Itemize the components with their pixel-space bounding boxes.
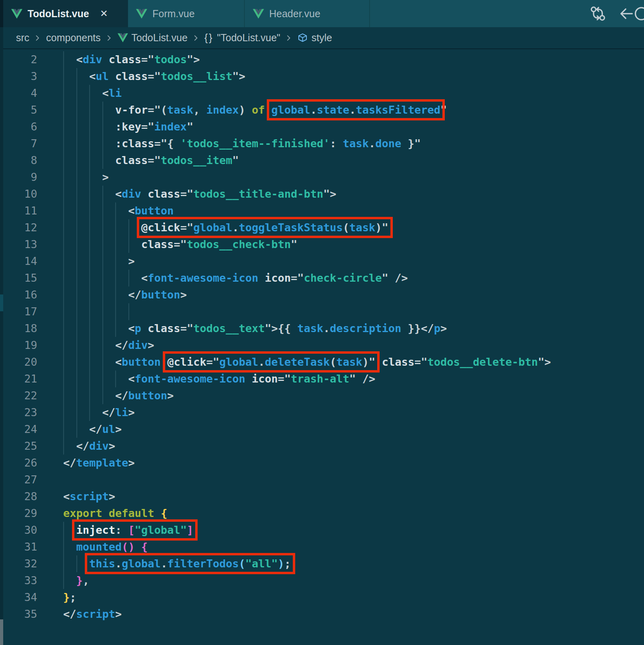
line-number: 9 [3,169,37,186]
code-token: > [128,406,135,419]
code-line-content[interactable]: this.global.filterTodos("all"); [63,555,644,572]
code-token: script [76,608,116,620]
code-line-17: 17 [3,303,644,320]
indent-guide [89,152,90,169]
code-token: task [297,322,323,335]
code-token: deleteTask [265,356,330,368]
code-line-7: 7 :class="{ 'todos__item--finished': tas… [3,135,644,152]
breadcrumb-item-components[interactable]: components [46,32,100,44]
code-line-content[interactable]: :class="{ 'todos__item--finished': task.… [63,135,644,152]
code-line-content[interactable]: </ul> [63,421,644,438]
indent-guide [76,404,77,421]
breadcrumb: srccomponentsTodoList.vue{}"TodoList.vue… [3,27,644,49]
code-token: font-awesome-icon [148,272,258,284]
indent-guide [89,186,90,202]
code-line-content[interactable]: inject: ["global"], [63,522,644,539]
indent-guide [89,286,90,303]
code-line-content[interactable]: <div class="todos"> [63,51,644,68]
code-line-content[interactable]: <font-awesome-icon icon="check-circle" /… [63,270,644,286]
code-line-content[interactable]: </button> [63,387,644,404]
code-token: global [219,356,258,368]
code-line-content[interactable]: <ul class="todos__list"> [63,68,644,85]
breadcrumb-item-src[interactable]: src [16,32,29,44]
close-icon[interactable]: ✕ [100,9,108,18]
code-token: task [336,356,362,368]
code-token: ="( [148,104,167,116]
line-number: 26 [3,455,37,471]
code-line-content[interactable]: export default { [63,505,644,522]
code-line-content[interactable]: @click="global.toggleTaskStatus(task)" [63,219,644,236]
code-line-content[interactable]: </script> [63,606,644,623]
code-line-content[interactable]: </template> [63,455,644,471]
code-editor[interactable]: 1<template>2 <div class="todos">3 <ul cl… [3,49,644,645]
chevron-right-icon [285,34,293,42]
line-number: 31 [3,539,37,555]
code-token: state [317,104,349,116]
code-token: . [369,137,375,150]
code-token: script [70,490,109,503]
code-line-content[interactable]: v-for="(task, index) of global.state.tas… [63,102,644,118]
code-token: =" [180,322,194,335]
tab-form-vue[interactable]: Form.vue [128,0,245,27]
code-line-content[interactable]: mounted() { [63,539,644,555]
vue-logo-icon [253,9,264,19]
code-line-content[interactable]: }; [63,589,644,606]
code-line-content[interactable]: class="todos__check-btn" [63,236,644,253]
code-line-content[interactable]: }, [63,572,644,589]
code-line-content[interactable]: <button @click="global.deleteTask(task)"… [63,354,644,371]
code-line-content[interactable]: <font-awesome-icon icon="trash-alt" /> [63,371,644,387]
code-line-content[interactable] [63,303,644,320]
code-line-content[interactable]: <li [63,85,644,102]
indent-guide [128,303,129,320]
code-token: " [440,104,447,116]
code-line-content[interactable]: > [63,169,644,186]
indent-guide [63,236,64,253]
code-token: filterTodos [167,557,239,570]
code-token: index [206,104,239,116]
indent-guide [63,102,64,118]
clipped-action-icon[interactable] [619,4,644,23]
tab-todolist-vue[interactable]: TodoList.vue✕ [3,0,128,27]
code-line-content[interactable]: :key="index" [63,118,644,135]
code-token: todos__text [193,322,265,335]
code-line-content[interactable]: <div class="todos__title-and-btn"> [63,186,644,202]
breadcrumb-item-todolistvue[interactable]: {}"TodoList.vue" [204,32,280,44]
code-token: ( [343,221,349,234]
code-token: class [115,154,148,166]
indent-guide [76,85,77,102]
code-token: class [141,322,180,335]
code-line-content[interactable] [63,471,644,488]
code-token: }" [401,137,421,150]
code-token: )" [362,356,376,368]
code-line-content[interactable]: </div> [63,337,644,354]
code-line-content[interactable]: <p class="todos__text">{{ task.descripti… [63,320,644,337]
code-token: < [141,272,148,284]
line-number: 15 [3,270,37,286]
code-line-content[interactable]: class="todos__item" [63,152,644,169]
code-token: font-awesome-icon [135,373,245,385]
indent-guide [63,219,64,236]
code-token: </ [89,423,102,435]
line-number: 17 [3,303,37,320]
tab-header-vue[interactable]: Header.vue [245,0,370,27]
annotation-box: this.global.filterTodos("all"); [89,557,291,570]
indent-guide [63,135,64,152]
indent-guide [76,270,77,286]
code-line-10: 10 <div class="todos__title-and-btn"> [3,186,644,202]
code-line-content[interactable]: > [63,253,644,270]
code-token: template [76,457,128,469]
compare-changes-icon[interactable] [589,4,607,23]
line-number: 19 [3,337,37,354]
line-number: 24 [3,421,37,438]
breadcrumb-item-style[interactable]: style [297,32,332,44]
code-line-content[interactable]: <button [63,202,644,219]
indent-guide [76,202,77,219]
breadcrumb-label: TodoList.vue [132,32,188,44]
code-line-content[interactable]: <script> [63,488,644,505]
code-line-content[interactable]: </li> [63,404,644,421]
code-token: todos__check-btn [187,238,291,250]
code-token: > [115,608,122,620]
code-line-content[interactable]: </button> [63,286,644,303]
code-line-content[interactable]: </div> [63,438,644,455]
breadcrumb-item-todolistvue[interactable]: TodoList.vue [118,32,188,44]
